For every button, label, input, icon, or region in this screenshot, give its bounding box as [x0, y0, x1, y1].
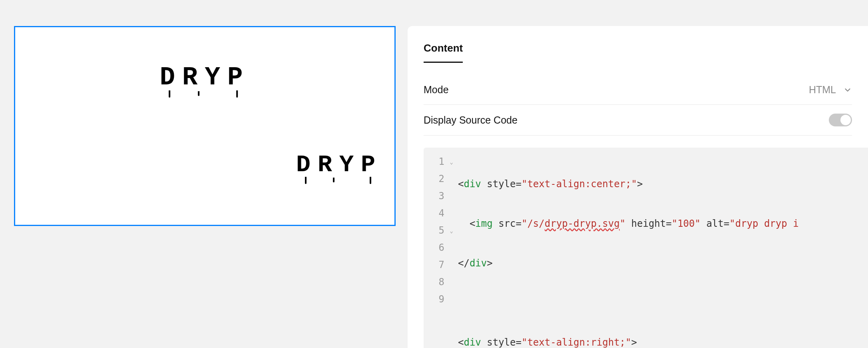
mode-value: HTML — [809, 84, 836, 96]
chevron-down-icon — [843, 86, 852, 94]
preview-text-right: DRYP — [296, 151, 382, 178]
code-line-4 — [458, 294, 868, 312]
toggle-knob — [840, 115, 851, 125]
code-area[interactable]: <div style="text-align:center;"> <img sr… — [447, 148, 868, 348]
gutter-line-6: 6 — [424, 239, 447, 256]
setting-row-mode: Mode HTML — [424, 75, 852, 105]
tab-content[interactable]: Content — [424, 42, 463, 63]
gutter-line-8: 8 — [424, 274, 447, 291]
preview-text-center: DRYP — [160, 63, 250, 92]
panel-header: Content — [408, 42, 868, 63]
mode-select[interactable]: HTML — [809, 84, 852, 96]
code-line-3: </div> — [458, 255, 868, 272]
preview-pane[interactable]: DRYP DRYP — [14, 26, 396, 226]
display-source-toggle[interactable] — [829, 114, 852, 126]
content-panel: Content Mode HTML Display Source Code 1⌄ — [408, 26, 868, 348]
code-line-1: <div style="text-align:center;"> — [458, 176, 868, 193]
settings-group: Mode HTML Display Source Code — [408, 75, 868, 136]
preview-inner: DRYP DRYP — [15, 27, 394, 225]
gutter-line-7: 7 — [424, 256, 447, 274]
code-line-2: <img src="/s/dryp-dryp.svg" height="100"… — [458, 215, 868, 232]
code-line-5: <div style="text-align:right;"> — [458, 334, 868, 348]
gutter: 1⌄ 2 3 4 5⌄ 6 7 8 9 — [424, 148, 447, 348]
gutter-line-3: 3 — [424, 188, 447, 205]
gutter-line-4: 4 — [424, 205, 447, 222]
app-root: DRYP DRYP Content Mode HTML Display Sour… — [0, 0, 868, 348]
setting-row-display-source: Display Source Code — [424, 105, 852, 136]
display-source-label: Display Source Code — [424, 114, 518, 126]
gutter-line-2: 2 — [424, 170, 447, 188]
tabs: Content — [424, 42, 852, 63]
gutter-line-1: 1⌄ — [424, 153, 447, 170]
mode-label: Mode — [424, 84, 449, 96]
gutter-line-9: 9 — [424, 291, 447, 308]
gutter-line-5: 5⌄ — [424, 222, 447, 239]
code-editor[interactable]: 1⌄ 2 3 4 5⌄ 6 7 8 9 <div style="text-ali… — [424, 148, 868, 348]
